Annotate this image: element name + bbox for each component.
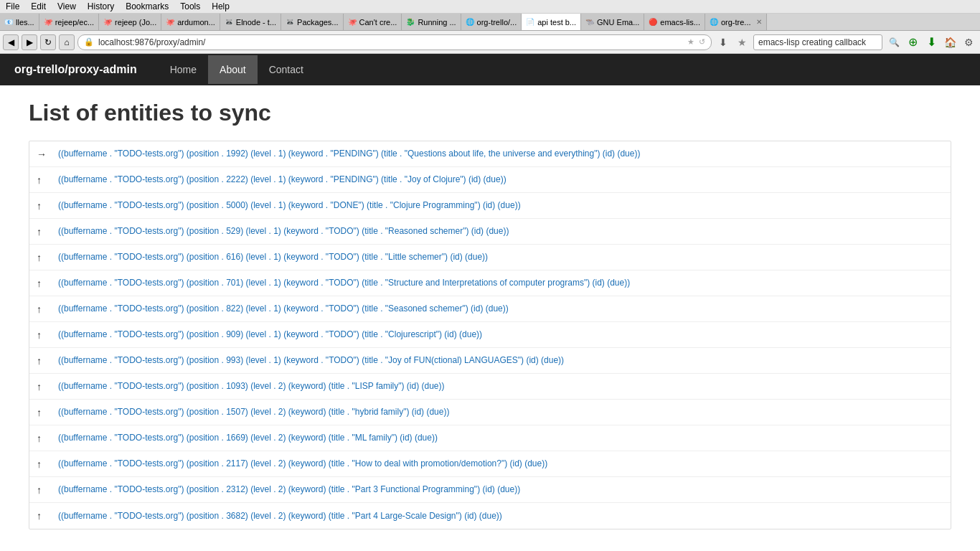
tab-favicon: 🦝 [225,18,233,26]
entity-row[interactable]: ↑ ((buffername . "TODO-tests.org") (posi… [29,296,951,322]
reload-button[interactable]: ↻ [40,34,56,50]
nav-item-home[interactable]: Home [159,55,208,84]
tab-label: Can't cre... [359,18,397,27]
tab-favicon: 🐉 [406,18,415,26]
entity-icon: ↑ [37,252,58,263]
entity-text: ((buffername . "TODO-tests.org") (positi… [58,406,449,418]
entity-text: ((buffername . "TODO-tests.org") (positi… [58,174,507,186]
green-down-icon[interactable]: ⬇ [923,34,940,50]
menu-edit[interactable]: Edit [31,1,46,11]
back-button[interactable]: ◀ [3,34,19,50]
app-header: org-trello/proxy-admin HomeAboutContact [0,54,980,85]
tab-tab5[interactable]: 🦝Elnode - t... [220,14,281,30]
entity-icon: ↑ [37,458,58,470]
entity-icon: ↑ [37,381,58,392]
tab-tab8[interactable]: 🐉Running ... [402,14,461,30]
entity-icon: ↑ [37,303,58,315]
entity-row[interactable]: ↑ ((buffername . "TODO-tests.org") (posi… [29,219,951,245]
menu-view[interactable]: View [57,1,76,11]
tab-tab10[interactable]: 📄api test b... [522,14,581,30]
tab-tab9[interactable]: 🌐org-trello/... [461,14,522,30]
entity-icon: ↑ [37,510,58,522]
menu-bookmarks[interactable]: Bookmarks [126,1,169,11]
tab-label: emacs-lis... [660,18,700,27]
tab-label: Elnode - t... [236,18,276,27]
page-title: List of entities to sync [29,100,951,126]
entity-text: ((buffername . "TODO-tests.org") (positi… [58,225,509,237]
menu-file[interactable]: File [6,1,19,11]
tab-label: GNU Ema... [597,18,639,27]
entity-text: ((buffername . "TODO-tests.org") (positi… [58,432,438,444]
url-bar[interactable]: 🔒 localhost:9876/proxy/admin/ ★ ↺ [77,34,712,50]
tab-favicon: 🔴 [649,18,657,26]
nav-item-about[interactable]: About [208,55,258,84]
entity-icon: ↑ [37,484,58,496]
entity-icon: → [37,149,58,160]
entity-row[interactable]: ↑ ((buffername . "TODO-tests.org") (posi… [29,270,951,296]
entity-row[interactable]: ↑ ((buffername . "TODO-tests.org") (posi… [29,477,951,503]
tab-close-icon[interactable]: ✕ [756,18,762,26]
app-title: org-trello/proxy-admin [14,63,137,76]
entity-row[interactable]: ↑ ((buffername . "TODO-tests.org") (posi… [29,348,951,374]
entity-row[interactable]: ↑ ((buffername . "TODO-tests.org") (posi… [29,503,951,529]
tab-tab4[interactable]: 🐙ardumon... [161,14,220,30]
tab-bar: 📧lles...🐙rejeep/ec...🐙rejeep (Jo...🐙ardu… [0,14,980,31]
home-button[interactable]: ⌂ [59,34,75,50]
tab-favicon: 🌐 [466,18,474,26]
tab-favicon: 📄 [526,18,534,26]
nav-extras: ⬇ ★ [715,34,750,50]
entity-text: ((buffername . "TODO-tests.org") (positi… [58,510,502,522]
entity-list: → ((buffername . "TODO-tests.org") (posi… [29,141,951,529]
tab-favicon: 🐙 [166,18,174,26]
tab-tab1[interactable]: 📧lles... [0,14,39,30]
tab-tab3[interactable]: 🐙rejeep (Jo... [99,14,161,30]
entity-row[interactable]: ↑ ((buffername . "TODO-tests.org") (posi… [29,322,951,348]
entity-row[interactable]: ↑ ((buffername . "TODO-tests.org") (posi… [29,245,951,270]
search-icon[interactable]: 🔍 [885,34,903,50]
forward-button[interactable]: ▶ [22,34,37,50]
tab-tab11[interactable]: 🐃GNU Ema... [581,14,644,30]
entity-row[interactable]: ↑ ((buffername . "TODO-tests.org") (posi… [29,451,951,477]
nav-gear-icon[interactable]: ⚙ [960,34,977,50]
tab-label: ardumon... [177,18,215,27]
menu-bar: File Edit View History Bookmarks Tools H… [0,0,980,14]
entity-row[interactable]: ↑ ((buffername . "TODO-tests.org") (posi… [29,425,951,451]
tab-label: org-trello/... [477,18,517,27]
entity-row[interactable]: → ((buffername . "TODO-tests.org") (posi… [29,141,951,167]
menu-help[interactable]: Help [212,1,230,11]
tab-label: Packages... [297,18,338,27]
entity-text: ((buffername . "TODO-tests.org") (positi… [58,329,482,341]
tab-tab6[interactable]: 🦝Packages... [281,14,343,30]
bookmark-star[interactable]: ★ [733,34,750,50]
main-content: List of entities to sync → ((buffername … [0,85,980,544]
tab-favicon: 🦝 [286,18,294,26]
entity-row[interactable]: ↑ ((buffername . "TODO-tests.org") (posi… [29,167,951,193]
entity-text: ((buffername . "TODO-tests.org") (positi… [58,199,521,212]
tab-label: rejeep/ec... [55,18,94,27]
entity-row[interactable]: ↑ ((buffername . "TODO-tests.org") (posi… [29,400,951,425]
tab-tab7[interactable]: 🐙Can't cre... [344,14,402,30]
entity-text: ((buffername . "TODO-tests.org") (positi… [58,484,520,496]
entity-icon: ↑ [37,407,58,418]
tab-tab12[interactable]: 🔴emacs-lis... [644,14,705,30]
tab-label: api test b... [537,18,576,27]
entity-row[interactable]: ↑ ((buffername . "TODO-tests.org") (posi… [29,374,951,400]
tab-tab13[interactable]: 🌐org-tre...✕ [705,14,767,30]
tab-favicon: 🌐 [710,18,718,26]
nav-home-icon[interactable]: 🏠 [941,34,958,50]
tab-tab2[interactable]: 🐙rejeep/ec... [39,14,99,30]
tab-favicon: 🐃 [585,18,594,26]
menu-history[interactable]: History [88,1,114,11]
nav-item-contact[interactable]: Contact [258,55,315,84]
entity-icon: ↑ [37,174,58,186]
search-bar[interactable]: emacs-lisp creating callback [753,34,882,50]
green-plus-icon[interactable]: ⊕ [904,34,921,50]
entity-icon: ↑ [37,226,58,237]
entity-icon: ↑ [37,278,58,289]
menu-tools[interactable]: Tools [180,1,200,11]
app-nav: HomeAboutContact [159,55,315,84]
entity-text: ((buffername . "TODO-tests.org") (positi… [58,354,564,367]
entity-row[interactable]: ↑ ((buffername . "TODO-tests.org") (posi… [29,193,951,219]
tab-favicon: 🐙 [103,18,112,26]
download-button[interactable]: ⬇ [715,34,732,50]
